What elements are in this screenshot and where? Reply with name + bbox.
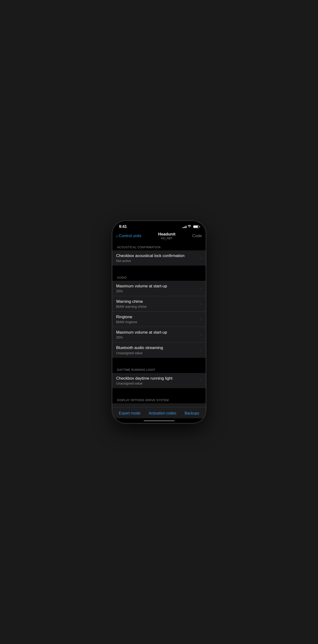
item-subtitle: BMW ringtone — [116, 320, 199, 324]
list-item[interactable]: Warning chime BMW warning chime › — [112, 296, 206, 312]
chevron-right-icon: › — [201, 286, 202, 291]
chevron-right-icon: › — [201, 317, 202, 322]
item-subtitle: Unassigned value — [116, 351, 199, 355]
item-title: Bluetooth audio streaming — [116, 345, 199, 350]
chevron-right-icon: › — [201, 332, 202, 337]
list-item[interactable]: Maximum volume at start-up 25% › — [112, 281, 206, 296]
list-item[interactable]: Bluetooth audio streaming Unassigned val… — [112, 342, 206, 358]
item-title: Checkbox daytime running light — [116, 376, 199, 381]
home-indicator — [112, 418, 206, 423]
back-button[interactable]: ‹ Control units — [116, 234, 141, 238]
home-bar — [144, 420, 175, 421]
status-time: 9:41 — [119, 224, 127, 229]
list-item[interactable]: Checkbox acoustical lock confirmation No… — [112, 250, 206, 266]
list-group-audio: Maximum volume at start-up 25% › Warning… — [112, 281, 206, 358]
section-display-options: DISPLAY OPTIONS IDRIVE SYSTEM Start anim… — [112, 395, 206, 407]
nav-bar: ‹ Control units Headunit HU_NBT Code — [112, 231, 206, 242]
code-button[interactable]: Code — [192, 234, 202, 238]
page-subtitle: HU_NBT — [158, 237, 176, 240]
chevron-right-icon: › — [201, 301, 202, 306]
tab-expert-mode[interactable]: Expert mode — [116, 410, 143, 416]
page-title: Headunit — [158, 232, 176, 237]
list-item[interactable]: Maximum volume at start-up 25% › — [112, 327, 206, 342]
section-header-daytime: DAYTIME RUNNING LIGHT — [112, 364, 206, 373]
battery-icon — [193, 225, 199, 228]
section-header-display: DISPLAY OPTIONS IDRIVE SYSTEM — [112, 395, 206, 403]
item-subtitle: Unassigned value — [116, 382, 199, 385]
item-title: Checkbox acoustical lock confirmation — [116, 253, 199, 258]
chevron-right-icon: › — [201, 256, 202, 260]
section-gap-2 — [112, 358, 206, 364]
phone-frame: 9:41 ‹ — [112, 221, 206, 423]
tab-bar: Expert mode Activation codes Backups — [112, 407, 206, 418]
battery-fill — [194, 226, 198, 228]
section-gap-3 — [112, 388, 206, 395]
section-header-audio: AUDIO — [112, 272, 206, 281]
item-title: Maximum volume at start-up — [116, 284, 199, 289]
dynamic-island — [145, 224, 173, 232]
section-audio: AUDIO Maximum volume at start-up 25% › W… — [112, 272, 206, 358]
item-subtitle: 25% — [116, 289, 199, 293]
item-title: Warning chime — [116, 299, 199, 304]
status-icons — [182, 225, 199, 228]
item-title: Ringtone — [116, 314, 199, 320]
list-item[interactable]: Checkbox daytime running light Unassigne… — [112, 373, 206, 388]
phone-screen: 9:41 ‹ — [112, 221, 206, 423]
chevron-right-icon: › — [201, 348, 202, 352]
back-chevron-icon: ‹ — [116, 234, 118, 238]
nav-title-area: Headunit HU_NBT — [158, 232, 176, 240]
scroll-content: ACOUSTICAL CONFIRMATION Checkbox acousti… — [112, 242, 206, 407]
tab-activation-codes[interactable]: Activation codes — [146, 410, 179, 416]
item-subtitle: BMW warning chime — [116, 305, 199, 308]
signal-icon — [182, 225, 187, 228]
item-title: Maximum volume at start-up — [116, 330, 199, 335]
list-item[interactable]: Start animation M variant 1 › — [112, 403, 206, 407]
section-daytime-running-light: DAYTIME RUNNING LIGHT Checkbox daytime r… — [112, 364, 206, 388]
section-gap-1 — [112, 266, 206, 272]
list-group-acoustical: Checkbox acoustical lock confirmation No… — [112, 250, 206, 266]
chevron-right-icon: › — [201, 378, 202, 383]
list-item[interactable]: Ringtone BMW ringtone › — [112, 312, 206, 327]
section-header-acoustical: ACOUSTICAL CONFIRMATION — [112, 242, 206, 250]
wifi-icon — [188, 225, 192, 228]
item-subtitle: Not active — [116, 259, 199, 263]
list-group-daytime: Checkbox daytime running light Unassigne… — [112, 373, 206, 388]
section-acoustical-confirmation: ACOUSTICAL CONFIRMATION Checkbox acousti… — [112, 242, 206, 266]
back-label: Control units — [119, 234, 141, 238]
list-group-display: Start animation M variant 1 › — [112, 403, 206, 407]
item-subtitle: 25% — [116, 336, 199, 339]
tab-backups[interactable]: Backups — [182, 410, 202, 416]
